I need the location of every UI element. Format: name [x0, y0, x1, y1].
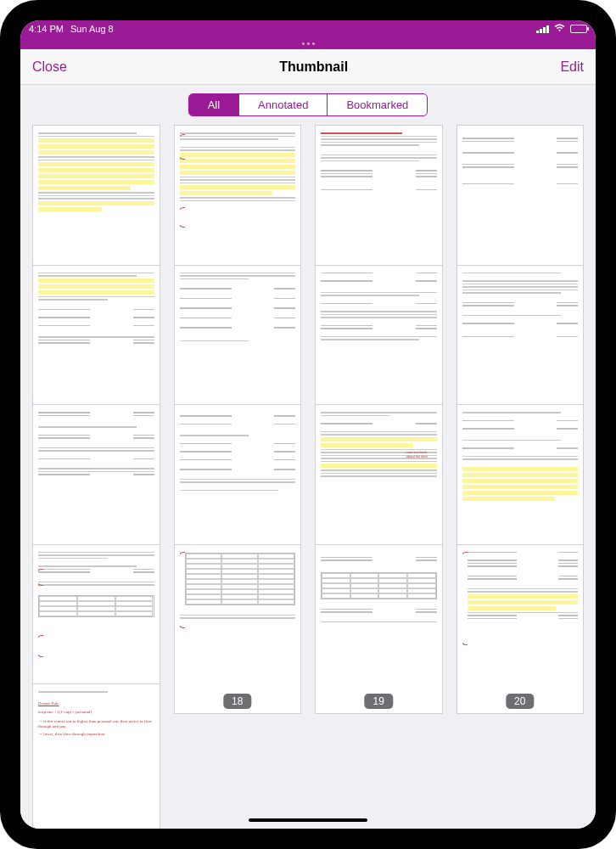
page-thumbnail[interactable]: 20 [456, 544, 585, 715]
segmented-control-wrap: All Annotated Bookmarked [20, 85, 596, 121]
page-title: Thumbnail [279, 59, 348, 75]
multitask-dots[interactable] [20, 37, 596, 49]
wifi-icon [554, 24, 565, 34]
page-number-badge: 20 [506, 694, 534, 709]
page-number-badge: 19 [365, 694, 393, 709]
segment-bookmarked[interactable]: Bookmarked [328, 94, 427, 115]
navigation-bar: Close Thumbnail Edit [20, 49, 596, 85]
status-time: 4:14 PM [29, 24, 64, 34]
thumbnail-grid: 5 6 [20, 121, 596, 829]
battery-icon [570, 25, 587, 33]
signal-icon [536, 25, 549, 33]
status-bar: 4:14 PM Sun Aug 8 [20, 20, 596, 37]
segment-all[interactable]: All [189, 94, 239, 115]
close-button[interactable]: Close [32, 59, 67, 75]
home-indicator[interactable] [249, 818, 367, 822]
status-date: Sun Aug 8 [70, 24, 114, 34]
page-number-badge: 18 [223, 694, 251, 709]
screen: 4:14 PM Sun Aug 8 Close Thumbnail Edit A… [20, 20, 596, 829]
ipad-frame: 4:14 PM Sun Aug 8 Close Thumbnail Edit A… [0, 0, 616, 849]
page-thumbnail[interactable]: Harput Rule corp rate + [(1-cap) × perso… [32, 683, 160, 829]
edit-button[interactable]: Edit [560, 59, 584, 75]
segment-annotated[interactable]: Annotated [239, 94, 328, 115]
page-thumbnail[interactable]: 19 [315, 544, 443, 715]
page-thumbnail[interactable]: 18 [174, 544, 302, 715]
segmented-control: All Annotated Bookmarked [188, 93, 428, 116]
